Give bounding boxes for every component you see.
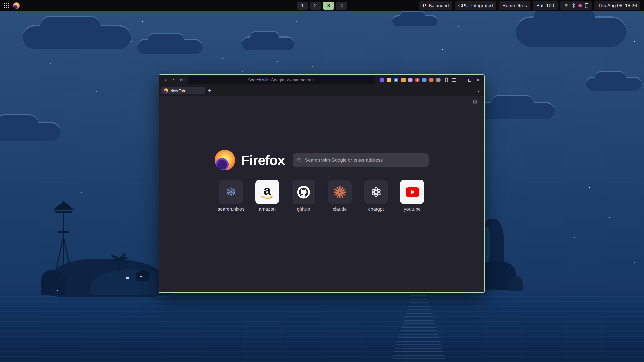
indicator-icon bbox=[578, 4, 582, 7]
sea bbox=[0, 295, 644, 362]
back-button[interactable]: ‹ bbox=[162, 76, 169, 84]
firefox-logo bbox=[215, 150, 235, 170]
maximize-button[interactable] bbox=[468, 79, 471, 82]
newtab-page: ⚙ Firefox ❄ search.nixos bbox=[159, 96, 484, 292]
shortcut-github[interactable]: github bbox=[292, 180, 315, 212]
workspace-1[interactable]: 1 bbox=[297, 2, 308, 10]
newtab-hero: Firefox bbox=[159, 150, 484, 170]
forward-button[interactable]: › bbox=[170, 76, 177, 84]
new-tab-button[interactable]: + bbox=[206, 87, 213, 94]
rock-silhouette bbox=[478, 214, 526, 295]
url-bar[interactable] bbox=[188, 76, 375, 84]
ext-orange-box-icon[interactable] bbox=[401, 78, 406, 82]
navigation-toolbar: ‹ › ↻ ☰ × bbox=[159, 75, 484, 85]
minimize-button[interactable] bbox=[460, 80, 463, 80]
nixos-snowflake-icon: ❄ bbox=[226, 186, 236, 198]
youtube-logo-icon bbox=[406, 187, 419, 197]
firefox-wordmark: Firefox bbox=[241, 152, 285, 168]
workspace-4[interactable]: 4 bbox=[336, 2, 347, 10]
shortcut-youtube[interactable]: youtube bbox=[400, 180, 424, 212]
ext-yellow-crescent-icon[interactable] bbox=[387, 78, 391, 82]
status-bar: 1 2 3 4 P: Balanced GPU: Integrated Home… bbox=[0, 0, 644, 11]
url-input[interactable] bbox=[188, 78, 375, 82]
newtab-search-input[interactable] bbox=[305, 157, 425, 163]
ext-purple-icon[interactable] bbox=[380, 78, 384, 82]
ext-gray-icon[interactable] bbox=[436, 78, 441, 82]
tray-icons bbox=[560, 1, 592, 10]
clock: Thu Aug 08, 18:26 bbox=[594, 1, 640, 10]
newtab-search-bar[interactable] bbox=[293, 153, 429, 167]
ext-teal-icon[interactable] bbox=[422, 78, 427, 82]
workspace-switcher: 1 2 3 4 bbox=[297, 2, 347, 10]
ext-orange-icon[interactable] bbox=[429, 78, 434, 82]
search-icon bbox=[297, 158, 302, 163]
cloud bbox=[242, 36, 294, 50]
firefox-launcher-icon[interactable] bbox=[13, 2, 20, 9]
tab-new-tab[interactable]: New Tab bbox=[161, 87, 205, 94]
github-logo-icon bbox=[297, 185, 311, 199]
shortcut-row: ❄ search.nixos a amazon bbox=[159, 180, 484, 212]
cloud bbox=[137, 39, 203, 54]
amazon-logo-icon: a bbox=[261, 185, 274, 199]
apps-grid-icon[interactable] bbox=[4, 3, 9, 8]
bluetooth-icon bbox=[572, 3, 575, 8]
reload-button[interactable]: ↻ bbox=[178, 76, 185, 84]
battery-status: Bat: 100 bbox=[533, 1, 558, 10]
cloud bbox=[0, 122, 60, 141]
cloud bbox=[479, 102, 555, 119]
power-profile-status: P: Balanced bbox=[419, 1, 452, 10]
window-controls: × bbox=[460, 77, 481, 83]
ping-status: Home: 9ms bbox=[499, 1, 530, 10]
ext-lavender-icon[interactable] bbox=[408, 78, 413, 82]
tab-bar: New Tab + ∨ bbox=[159, 85, 484, 96]
settings-gear-icon[interactable]: ⚙ bbox=[472, 99, 478, 106]
tab-overflow-chevron-icon[interactable]: ∨ bbox=[477, 88, 482, 93]
tab-title: New Tab bbox=[170, 88, 185, 93]
wifi-icon bbox=[564, 3, 569, 8]
ext-red-icon[interactable] bbox=[415, 78, 420, 82]
extensions-puzzle-icon[interactable] bbox=[443, 77, 450, 84]
cloud bbox=[586, 77, 641, 90]
tablet-icon bbox=[585, 3, 588, 8]
cloud bbox=[516, 16, 626, 47]
cloud bbox=[23, 25, 131, 49]
extension-toolbar bbox=[380, 78, 441, 82]
close-button[interactable]: × bbox=[476, 77, 479, 83]
claude-logo-icon bbox=[333, 186, 346, 199]
chatgpt-logo-icon bbox=[370, 186, 383, 199]
shortcut-amazon[interactable]: a amazon bbox=[255, 180, 279, 212]
workspace-2[interactable]: 2 bbox=[310, 2, 321, 10]
cloud bbox=[392, 15, 438, 26]
ext-blue-icon[interactable] bbox=[394, 78, 398, 82]
shortcut-chatgpt[interactable]: chatgpt bbox=[364, 180, 388, 212]
menu-hamburger-icon[interactable]: ☰ bbox=[450, 77, 457, 84]
workspace-3-active[interactable]: 3 bbox=[323, 2, 334, 10]
gpu-status: GPU: Integrated bbox=[455, 1, 496, 10]
tab-favicon-firefox bbox=[164, 88, 168, 93]
shortcut-claude[interactable]: claude bbox=[328, 180, 352, 212]
shortcut-search-nixos[interactable]: ❄ search.nixos bbox=[219, 180, 243, 212]
firefox-window: ‹ › ↻ ☰ × bbox=[159, 74, 485, 293]
